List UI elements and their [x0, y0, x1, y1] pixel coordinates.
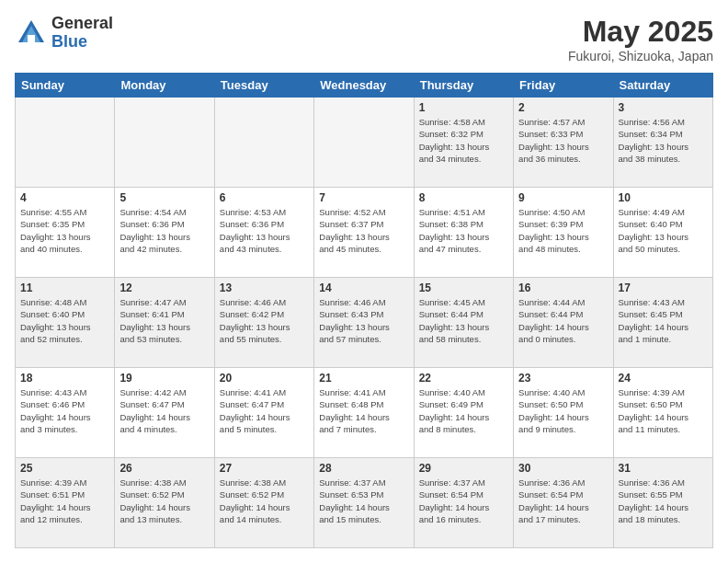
- calendar-cell: 9Sunrise: 4:50 AM Sunset: 6:39 PM Daylig…: [514, 188, 613, 278]
- calendar-cell: 6Sunrise: 4:53 AM Sunset: 6:36 PM Daylig…: [214, 188, 313, 278]
- day-number: 6: [220, 191, 309, 204]
- calendar-cell: [16, 98, 115, 188]
- calendar-cell: 14Sunrise: 4:46 AM Sunset: 6:43 PM Dayli…: [314, 278, 414, 368]
- calendar-week-row: 18Sunrise: 4:43 AM Sunset: 6:46 PM Dayli…: [16, 368, 713, 458]
- day-info: Sunrise: 4:55 AM Sunset: 6:35 PM Dayligh…: [20, 206, 109, 255]
- day-number: 23: [518, 372, 608, 385]
- day-number: 26: [119, 462, 209, 475]
- day-info: Sunrise: 4:38 AM Sunset: 6:52 PM Dayligh…: [220, 477, 309, 525]
- calendar-week-row: 11Sunrise: 4:48 AM Sunset: 6:40 PM Dayli…: [16, 278, 713, 368]
- day-info: Sunrise: 4:38 AM Sunset: 6:52 PM Dayligh…: [119, 477, 209, 525]
- svg-rect-2: [28, 35, 35, 42]
- calendar-cell: 4Sunrise: 4:55 AM Sunset: 6:35 PM Daylig…: [16, 188, 115, 278]
- col-header-thursday: Thursday: [414, 74, 513, 98]
- day-info: Sunrise: 4:41 AM Sunset: 6:48 PM Dayligh…: [319, 386, 408, 435]
- calendar-cell: 26Sunrise: 4:38 AM Sunset: 6:52 PM Dayli…: [115, 458, 214, 548]
- day-number: 16: [518, 282, 608, 294]
- header: General Blue May 2025 Fukuroi, Shizuoka,…: [15, 15, 713, 63]
- col-header-sunday: Sunday: [16, 74, 115, 98]
- day-number: 13: [220, 282, 309, 294]
- day-number: 1: [419, 101, 508, 114]
- col-header-tuesday: Tuesday: [214, 74, 313, 98]
- day-info: Sunrise: 4:58 AM Sunset: 6:32 PM Dayligh…: [419, 116, 508, 165]
- day-number: 2: [518, 101, 608, 114]
- day-info: Sunrise: 4:41 AM Sunset: 6:47 PM Dayligh…: [220, 386, 309, 435]
- logo-blue-text: Blue: [51, 33, 113, 52]
- day-number: 3: [619, 101, 708, 114]
- day-info: Sunrise: 4:43 AM Sunset: 6:46 PM Dayligh…: [20, 386, 109, 435]
- day-info: Sunrise: 4:43 AM Sunset: 6:45 PM Dayligh…: [619, 296, 708, 345]
- calendar-cell: 7Sunrise: 4:52 AM Sunset: 6:37 PM Daylig…: [314, 188, 414, 278]
- day-number: 31: [619, 462, 708, 475]
- calendar-week-row: 4Sunrise: 4:55 AM Sunset: 6:35 PM Daylig…: [16, 188, 713, 278]
- calendar-cell: 23Sunrise: 4:40 AM Sunset: 6:50 PM Dayli…: [514, 368, 613, 458]
- day-info: Sunrise: 4:37 AM Sunset: 6:53 PM Dayligh…: [319, 477, 408, 525]
- day-info: Sunrise: 4:47 AM Sunset: 6:41 PM Dayligh…: [119, 296, 209, 345]
- day-info: Sunrise: 4:36 AM Sunset: 6:55 PM Dayligh…: [619, 477, 708, 525]
- calendar-cell: 11Sunrise: 4:48 AM Sunset: 6:40 PM Dayli…: [16, 278, 115, 368]
- day-number: 9: [518, 191, 608, 204]
- day-number: 5: [119, 191, 209, 204]
- calendar-cell: 5Sunrise: 4:54 AM Sunset: 6:36 PM Daylig…: [115, 188, 214, 278]
- calendar-cell: 29Sunrise: 4:37 AM Sunset: 6:54 PM Dayli…: [414, 458, 513, 548]
- calendar-week-row: 1Sunrise: 4:58 AM Sunset: 6:32 PM Daylig…: [16, 98, 713, 188]
- day-number: 20: [220, 372, 309, 385]
- day-info: Sunrise: 4:39 AM Sunset: 6:51 PM Dayligh…: [20, 477, 109, 525]
- day-number: 10: [619, 191, 708, 204]
- calendar-cell: 10Sunrise: 4:49 AM Sunset: 6:40 PM Dayli…: [613, 188, 712, 278]
- day-info: Sunrise: 4:42 AM Sunset: 6:47 PM Dayligh…: [119, 386, 209, 435]
- day-info: Sunrise: 4:40 AM Sunset: 6:49 PM Dayligh…: [419, 386, 508, 435]
- calendar-table: SundayMondayTuesdayWednesdayThursdayFrid…: [15, 73, 713, 548]
- day-number: 24: [619, 372, 708, 385]
- calendar-cell: 16Sunrise: 4:44 AM Sunset: 6:44 PM Dayli…: [514, 278, 613, 368]
- main-title: May 2025: [568, 15, 713, 49]
- calendar-cell: 21Sunrise: 4:41 AM Sunset: 6:48 PM Dayli…: [314, 368, 414, 458]
- day-info: Sunrise: 4:52 AM Sunset: 6:37 PM Dayligh…: [319, 206, 408, 255]
- subtitle: Fukuroi, Shizuoka, Japan: [568, 49, 713, 63]
- logo-text: General Blue: [51, 15, 113, 52]
- calendar-cell: 2Sunrise: 4:57 AM Sunset: 6:33 PM Daylig…: [514, 98, 613, 188]
- logo: General Blue: [15, 15, 113, 52]
- calendar-cell: 24Sunrise: 4:39 AM Sunset: 6:50 PM Dayli…: [613, 368, 712, 458]
- calendar-cell: 31Sunrise: 4:36 AM Sunset: 6:55 PM Dayli…: [613, 458, 712, 548]
- calendar-cell: 18Sunrise: 4:43 AM Sunset: 6:46 PM Dayli…: [16, 368, 115, 458]
- day-info: Sunrise: 4:44 AM Sunset: 6:44 PM Dayligh…: [518, 296, 608, 345]
- page: General Blue May 2025 Fukuroi, Shizuoka,…: [0, 0, 728, 563]
- day-number: 17: [619, 282, 708, 294]
- day-number: 7: [319, 191, 408, 204]
- calendar-cell: 30Sunrise: 4:36 AM Sunset: 6:54 PM Dayli…: [514, 458, 613, 548]
- day-number: 21: [319, 372, 408, 385]
- day-number: 27: [220, 462, 309, 475]
- col-header-friday: Friday: [514, 74, 613, 98]
- day-number: 4: [20, 191, 109, 204]
- day-number: 11: [20, 282, 109, 294]
- day-info: Sunrise: 4:56 AM Sunset: 6:34 PM Dayligh…: [619, 116, 708, 165]
- day-info: Sunrise: 4:57 AM Sunset: 6:33 PM Dayligh…: [518, 116, 608, 165]
- calendar-cell: 19Sunrise: 4:42 AM Sunset: 6:47 PM Dayli…: [115, 368, 214, 458]
- calendar-cell: 8Sunrise: 4:51 AM Sunset: 6:38 PM Daylig…: [414, 188, 513, 278]
- day-info: Sunrise: 4:51 AM Sunset: 6:38 PM Dayligh…: [419, 206, 508, 255]
- day-info: Sunrise: 4:46 AM Sunset: 6:43 PM Dayligh…: [319, 296, 408, 345]
- calendar-cell: 22Sunrise: 4:40 AM Sunset: 6:49 PM Dayli…: [414, 368, 513, 458]
- title-block: May 2025 Fukuroi, Shizuoka, Japan: [568, 15, 713, 63]
- calendar-cell: [314, 98, 414, 188]
- calendar-week-row: 25Sunrise: 4:39 AM Sunset: 6:51 PM Dayli…: [16, 458, 713, 548]
- calendar-cell: 28Sunrise: 4:37 AM Sunset: 6:53 PM Dayli…: [314, 458, 414, 548]
- day-info: Sunrise: 4:45 AM Sunset: 6:44 PM Dayligh…: [419, 296, 508, 345]
- day-info: Sunrise: 4:39 AM Sunset: 6:50 PM Dayligh…: [619, 386, 708, 435]
- day-number: 29: [419, 462, 508, 475]
- calendar-cell: 13Sunrise: 4:46 AM Sunset: 6:42 PM Dayli…: [214, 278, 313, 368]
- calendar-cell: 27Sunrise: 4:38 AM Sunset: 6:52 PM Dayli…: [214, 458, 313, 548]
- day-number: 30: [518, 462, 608, 475]
- logo-general-text: General: [51, 15, 113, 33]
- calendar-cell: 3Sunrise: 4:56 AM Sunset: 6:34 PM Daylig…: [613, 98, 712, 188]
- calendar-cell: [214, 98, 313, 188]
- col-header-saturday: Saturday: [613, 74, 712, 98]
- day-number: 25: [20, 462, 109, 475]
- day-number: 19: [119, 372, 209, 385]
- calendar-cell: [115, 98, 214, 188]
- day-info: Sunrise: 4:40 AM Sunset: 6:50 PM Dayligh…: [518, 386, 608, 435]
- day-info: Sunrise: 4:36 AM Sunset: 6:54 PM Dayligh…: [518, 477, 608, 525]
- day-info: Sunrise: 4:54 AM Sunset: 6:36 PM Dayligh…: [119, 206, 209, 255]
- calendar-cell: 12Sunrise: 4:47 AM Sunset: 6:41 PM Dayli…: [115, 278, 214, 368]
